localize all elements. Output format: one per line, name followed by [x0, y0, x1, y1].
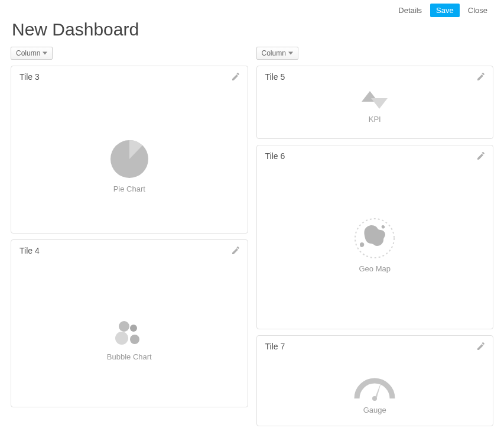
pie-chart-icon [109, 138, 150, 180]
pencil-icon [476, 151, 486, 161]
tile-4-header: Tile 4 [11, 240, 248, 259]
save-button[interactable]: Save [430, 4, 460, 17]
svg-point-1 [119, 321, 129, 332]
geo-map-icon [353, 217, 396, 260]
tile-3-edit-button[interactable] [231, 72, 240, 82]
svg-point-3 [115, 332, 128, 345]
tile-7-title: Tile 7 [265, 342, 285, 351]
tile-5[interactable]: Tile 5 KPI [256, 66, 494, 139]
tile-7-chart-label: Gauge [363, 406, 386, 414]
column-left: Column Tile 3 Pie Chart [11, 47, 248, 426]
pencil-icon [476, 72, 486, 82]
column-left-dropdown[interactable]: Column [11, 47, 53, 60]
tile-3-title: Tile 3 [19, 72, 40, 82]
top-toolbar: Details Save Close [11, 0, 493, 17]
tile-5-title: Tile 5 [265, 72, 285, 82]
tile-4-body: Bubble Chart [11, 259, 248, 407]
column-left-header: Column [11, 47, 248, 60]
tile-4-edit-button[interactable] [231, 246, 240, 255]
tile-7-edit-button[interactable] [476, 342, 486, 351]
gauge-icon [352, 374, 397, 401]
details-link[interactable]: Details [394, 4, 427, 17]
tile-3-chart-label: Pie Chart [113, 184, 145, 193]
close-link[interactable]: Close [463, 4, 492, 17]
tile-5-body: KPI [257, 85, 493, 138]
pencil-icon [231, 72, 240, 82]
svg-point-2 [130, 325, 137, 332]
tile-6-body: Geo Map [257, 164, 493, 300]
tile-6-header: Tile 6 [257, 145, 493, 164]
tile-3[interactable]: Tile 3 Pie Chart [11, 66, 248, 234]
column-right: Column Tile 5 KPI [256, 47, 494, 426]
tile-3-header: Tile 3 [11, 66, 248, 85]
tile-6[interactable]: Tile 6 Geo Map [256, 145, 494, 329]
tile-5-header: Tile 5 [257, 66, 493, 85]
tile-4-chart-label: Bubble Chart [107, 352, 152, 361]
column-left-dropdown-label: Column [16, 49, 40, 57]
pencil-icon [231, 246, 240, 255]
pencil-icon [476, 342, 486, 351]
tile-5-edit-button[interactable] [476, 72, 486, 82]
tile-4-title: Tile 4 [19, 246, 40, 255]
tile-6-title: Tile 6 [265, 151, 285, 161]
bubble-chart-icon [112, 318, 147, 348]
tile-6-chart-label: Geo Map [359, 264, 391, 273]
column-right-dropdown[interactable]: Column [256, 47, 298, 60]
column-right-dropdown-label: Column [262, 49, 286, 57]
page-title: New Dashboard [12, 20, 493, 40]
svg-point-6 [372, 396, 377, 401]
tile-5-chart-label: KPI [369, 115, 381, 124]
chevron-down-icon [288, 51, 293, 55]
tile-7[interactable]: Tile 7 Gauge [256, 335, 494, 426]
dashboard-columns: Column Tile 3 Pie Chart [11, 47, 493, 426]
tile-6-edit-button[interactable] [476, 151, 486, 161]
tile-3-body: Pie Chart [11, 85, 248, 233]
chevron-down-icon [43, 51, 47, 55]
tile-7-header: Tile 7 [257, 336, 493, 355]
column-right-header: Column [256, 47, 494, 60]
tile-4[interactable]: Tile 4 Bubble Chart [11, 239, 248, 407]
svg-point-4 [130, 335, 139, 344]
tile-7-body: Gauge [257, 355, 493, 426]
kpi-icon [362, 90, 388, 110]
